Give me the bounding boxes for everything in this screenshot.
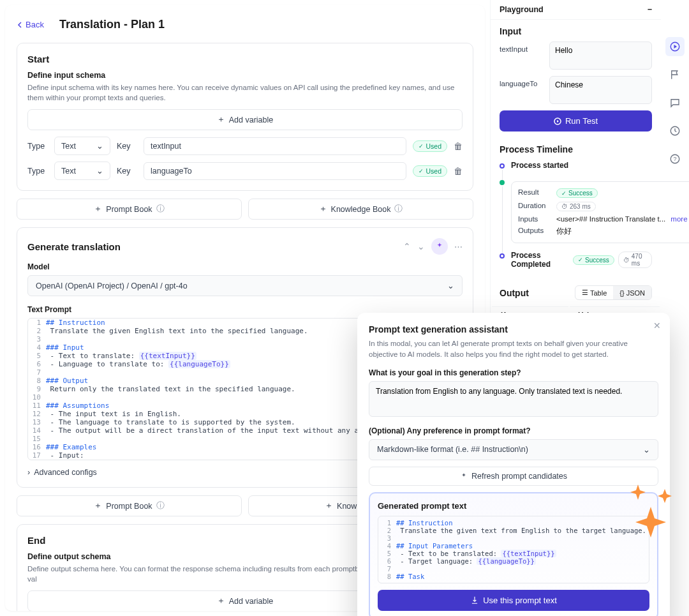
- help-icon: ⓘ: [394, 204, 403, 214]
- output-title: Output: [500, 288, 529, 298]
- timeline-dot-icon: [500, 180, 505, 185]
- field-label: languageTo: [500, 76, 543, 87]
- success-badge: Success: [556, 188, 598, 198]
- chevron-right-icon: ›: [27, 468, 30, 477]
- generate-title: Generate translation: [27, 241, 121, 252]
- start-schema-title: Define input schema: [27, 71, 463, 80]
- chevron-down-icon: ⌄: [447, 281, 454, 290]
- table-tab[interactable]: ☰ Table: [575, 286, 613, 299]
- timeline-result-card: ResultSuccess Duration⏱ 263 ms Inputs<us…: [511, 181, 689, 243]
- prompt-book-button[interactable]: ＋Prompt Bookⓘ: [17, 199, 242, 220]
- timeline-completed: Process Completed: [511, 251, 569, 269]
- delete-icon[interactable]: 🗑: [454, 166, 463, 176]
- duration-badge: ⏱ 263 ms: [556, 202, 596, 211]
- used-badge: Used: [413, 165, 447, 177]
- use-prompt-button[interactable]: Use this prompt text: [378, 590, 649, 611]
- refresh-candidates-button[interactable]: Refresh prompt candidates: [369, 467, 658, 486]
- modal-desc: In this modal, you can let AI generate p…: [369, 338, 658, 361]
- help-tool-icon[interactable]: ?: [665, 149, 685, 169]
- used-badge: Used: [413, 140, 447, 152]
- more-link[interactable]: more: [670, 215, 687, 223]
- field-input[interactable]: Hello: [549, 41, 652, 70]
- type-label: Type: [27, 167, 48, 176]
- generated-editor[interactable]: 1## Instruction2 Translate the given tex…: [378, 516, 649, 583]
- type-select[interactable]: Text⌄: [54, 137, 110, 155]
- ai-assist-button[interactable]: [431, 238, 448, 255]
- prompt-assistant-modal: ✕ Prompt text generation assistant In th…: [357, 313, 670, 616]
- back-link[interactable]: Back: [17, 20, 44, 29]
- start-schema-desc: Define input schema with its key names h…: [27, 82, 463, 103]
- format-select[interactable]: Markdown-like format (i.e. ## Instructio…: [369, 439, 658, 460]
- start-card: Start Define input schema Define input s…: [17, 43, 473, 191]
- more-icon[interactable]: ⋯: [454, 242, 463, 252]
- page-title: Translation - Plan 1: [59, 18, 165, 31]
- key-label: Key: [117, 167, 137, 176]
- key-input[interactable]: [144, 162, 406, 180]
- model-label: Model: [27, 262, 463, 271]
- timeline-title: Process Timeline: [500, 144, 652, 154]
- variable-row: Type Text⌄ Key Used 🗑: [27, 137, 463, 155]
- run-test-button[interactable]: Run Test: [500, 110, 652, 131]
- chat-tool-icon[interactable]: [665, 93, 685, 112]
- variable-row: Type Text⌄ Key Used 🗑: [27, 162, 463, 180]
- history-tool-icon[interactable]: [665, 121, 685, 140]
- playground-header: Playground: [500, 5, 544, 14]
- input-title: Input: [500, 26, 652, 36]
- prompt-book-button-2[interactable]: ＋Prompt Bookⓘ: [17, 495, 242, 516]
- playground-tool-icon[interactable]: [665, 37, 685, 56]
- timeline-dot-icon: [500, 253, 505, 259]
- type-label: Type: [27, 142, 48, 151]
- timeline-started: Process started: [511, 161, 652, 170]
- svg-text:?: ?: [673, 156, 676, 162]
- field-label: textInput: [500, 41, 543, 53]
- help-icon: ⓘ: [156, 204, 165, 214]
- move-up-icon[interactable]: ⌃: [403, 241, 411, 252]
- move-down-icon[interactable]: ⌄: [417, 241, 425, 252]
- format-label: (Optional) Any preference in prompt form…: [369, 426, 658, 435]
- type-select[interactable]: Text⌄: [54, 162, 110, 180]
- goal-label: What is your goal in this generation ste…: [369, 368, 658, 377]
- minimize-icon[interactable]: −: [648, 5, 652, 14]
- key-label: Key: [117, 142, 137, 151]
- flag-tool-icon[interactable]: [665, 65, 685, 84]
- add-variable-button[interactable]: ＋Add variable: [27, 109, 463, 130]
- key-input[interactable]: [144, 137, 406, 155]
- json-tab[interactable]: {} JSON: [613, 286, 651, 299]
- close-icon[interactable]: ✕: [653, 320, 661, 331]
- knowledge-book-button[interactable]: ＋Knowledge Bookⓘ: [248, 199, 473, 220]
- start-title: Start: [27, 54, 463, 64]
- goal-input[interactable]: Translation from English to any language…: [369, 381, 658, 417]
- modal-title: Prompt text generation assistant: [369, 324, 658, 334]
- delete-icon[interactable]: 🗑: [454, 141, 463, 151]
- model-select[interactable]: OpenAI (OpenAI Project) / OpenAI / gpt-4…: [27, 275, 463, 296]
- generated-title: Generated prompt text: [378, 501, 649, 511]
- field-input[interactable]: Chinese: [549, 76, 652, 104]
- timeline-dot-icon: [500, 163, 505, 169]
- chevron-down-icon: ⌄: [643, 445, 650, 454]
- output-view-toggle[interactable]: ☰ Table {} JSON: [575, 285, 652, 300]
